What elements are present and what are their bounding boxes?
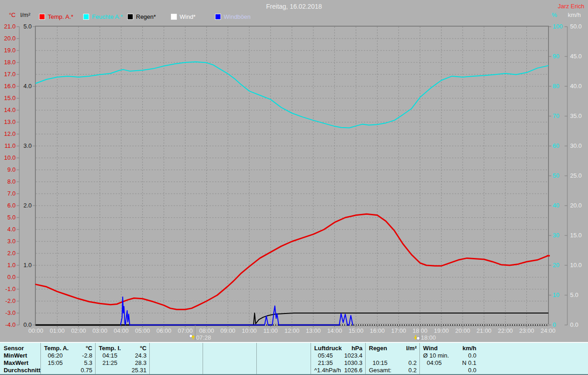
svg-text:3.0: 3.0 [7, 238, 16, 245]
table-cell-value: 1030.3 [314, 359, 362, 366]
svg-text:-4.0: -4.0 [6, 321, 16, 328]
svg-text:20: 20 [553, 262, 559, 269]
rain-axis: 5.04.03.02.01.00.0 [23, 23, 35, 328]
svg-text:13:00: 13:00 [306, 327, 321, 334]
table-column-separator [256, 343, 257, 374]
svg-text:25.0: 25.0 [570, 172, 582, 179]
svg-text:02:00: 02:00 [71, 327, 86, 334]
table-header-unit: °C [44, 345, 92, 352]
temp-axis: 21.020.019.018.017.016.015.014.013.012.0… [4, 23, 19, 328]
table-column-separator [95, 343, 96, 374]
sunrise-icon [189, 335, 195, 340]
weather-day-chart: 21.020.019.018.017.016.015.014.013.012.0… [0, 0, 588, 343]
x-axis: 00:0001:0002:0003:0004:0005:0006:0007:00… [28, 325, 556, 334]
svg-text:35.0: 35.0 [570, 112, 582, 119]
table-row-label: Sensor [4, 345, 24, 352]
svg-text:21:00: 21:00 [476, 327, 492, 334]
table-cell-value: 24.3 [99, 352, 147, 359]
table-column-separator [419, 343, 420, 374]
svg-text:13.0: 13.0 [4, 118, 16, 125]
table-column-separator [203, 343, 203, 374]
svg-text:80: 80 [553, 83, 559, 90]
sunset-time-label: 18:00 [421, 334, 436, 341]
svg-text:30.0: 30.0 [570, 142, 582, 149]
svg-text:0.0: 0.0 [570, 321, 578, 328]
svg-text:-2.0: -2.0 [6, 297, 16, 304]
table-cell-value: 0.2 [369, 359, 417, 366]
svg-text:10.0: 10.0 [4, 154, 16, 161]
svg-text:10.0: 10.0 [570, 262, 582, 269]
svg-text:0.0: 0.0 [7, 274, 16, 280]
svg-text:1.0: 1.0 [23, 262, 32, 269]
svg-text:05:00: 05:00 [135, 327, 150, 334]
svg-text:04:00: 04:00 [114, 327, 129, 334]
svg-text:00:00: 00:00 [28, 327, 44, 334]
table-cell-value: 28.3 [99, 359, 147, 366]
svg-text:45.0: 45.0 [570, 53, 582, 60]
svg-text:18.0: 18.0 [4, 59, 16, 66]
svg-text:07:00: 07:00 [178, 327, 193, 334]
svg-text:12.0: 12.0 [4, 130, 16, 137]
table-header-unit: hPa [314, 345, 362, 352]
table-cell-value: 5.3 [44, 359, 92, 366]
svg-text:40.0: 40.0 [570, 83, 582, 90]
svg-text:90: 90 [553, 53, 559, 60]
table-cell-value: 1023.4 [314, 352, 362, 359]
svg-text:23:00: 23:00 [519, 327, 534, 334]
table-cell-value: 25.31 [99, 367, 147, 374]
svg-text:15.0: 15.0 [4, 95, 16, 101]
svg-text:14:00: 14:00 [327, 327, 342, 334]
svg-text:-3.0: -3.0 [6, 309, 16, 316]
svg-text:5.0: 5.0 [7, 214, 16, 221]
svg-text:10:00: 10:00 [242, 327, 257, 334]
svg-text:70: 70 [553, 112, 559, 119]
svg-text:4.0: 4.0 [7, 226, 16, 233]
table-row-label: MaxWert [4, 359, 28, 366]
svg-text:17.0: 17.0 [4, 71, 16, 78]
svg-text:5.0: 5.0 [570, 291, 578, 298]
svg-text:16.0: 16.0 [4, 83, 16, 90]
svg-text:11.0: 11.0 [5, 142, 16, 149]
svg-text:-1.0: -1.0 [6, 285, 16, 292]
table-cell-value: 0.2 [369, 367, 417, 374]
svg-text:11:00: 11:00 [263, 327, 278, 334]
table-cell-value: N 0.1 [423, 359, 476, 366]
svg-text:12:00: 12:00 [284, 327, 300, 334]
svg-text:3.0: 3.0 [23, 142, 32, 149]
svg-text:14.0: 14.0 [4, 106, 16, 113]
svg-text:03:00: 03:00 [92, 327, 107, 334]
svg-text:2.0: 2.0 [7, 250, 16, 257]
svg-text:08:00: 08:00 [199, 327, 214, 334]
table-header-unit: °C [99, 345, 147, 352]
wind-axis: 50.045.040.035.030.025.020.015.010.05.00… [565, 23, 582, 328]
svg-text:20.0: 20.0 [570, 202, 582, 209]
svg-text:8.0: 8.0 [7, 178, 16, 185]
svg-text:06:00: 06:00 [157, 327, 172, 334]
svg-text:4.0: 4.0 [23, 83, 32, 90]
table-row-label: Durchschnitt [4, 367, 40, 374]
table-cell-value: 0.0 [423, 367, 476, 374]
svg-text:50.0: 50.0 [570, 23, 582, 30]
table-header-unit: l/m² [369, 345, 417, 352]
sunset-icon [414, 336, 420, 340]
svg-text:60: 60 [553, 142, 559, 149]
svg-text:01:00: 01:00 [50, 327, 65, 334]
svg-text:50: 50 [553, 172, 559, 179]
sunrise-time-label: 07:28 [196, 334, 211, 341]
svg-text:9.0: 9.0 [7, 166, 16, 173]
humidity-axis: 1009080706050403020100 [548, 23, 563, 328]
svg-text:20:00: 20:00 [455, 327, 470, 334]
svg-text:21.0: 21.0 [4, 23, 16, 30]
svg-text:1.0: 1.0 [7, 262, 16, 269]
summary-table: SensorMinWertMaxWertDurchschnittTemp. A.… [0, 342, 588, 375]
svg-text:5.0: 5.0 [23, 23, 32, 30]
svg-text:22:00: 22:00 [498, 327, 513, 334]
table-cell-value: 0.75 [44, 367, 92, 374]
svg-text:15:00: 15:00 [349, 327, 364, 334]
svg-text:17:00: 17:00 [391, 327, 407, 334]
table-cell-value: 0.0 [423, 352, 476, 359]
table-column-separator [311, 343, 311, 374]
svg-text:40: 40 [553, 202, 559, 209]
svg-text:15.0: 15.0 [570, 232, 582, 239]
svg-text:09:00: 09:00 [220, 327, 236, 334]
